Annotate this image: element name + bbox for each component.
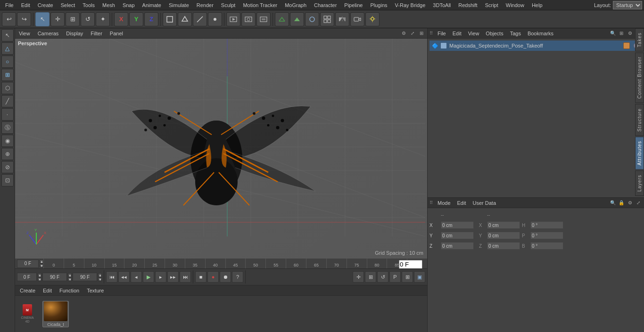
viewport-menu-panel[interactable]: Panel (108, 30, 125, 37)
attr-y-pos[interactable] (441, 232, 474, 239)
om-search-icon[interactable]: 🔍 (609, 30, 617, 37)
menu-script[interactable]: Script (482, 1, 502, 9)
z-axis-button[interactable]: Z (144, 12, 158, 26)
sidebar-sculpt-btn[interactable]: ◉ (1, 135, 14, 147)
current-frame-input[interactable] (17, 259, 39, 268)
layers-tab[interactable]: Layers (635, 170, 644, 196)
next-frame-button[interactable]: ▸ (155, 271, 166, 283)
viewport-expand-icon[interactable]: ⤢ (409, 30, 416, 37)
next-key-frame-button[interactable]: ▸▸ (167, 271, 179, 283)
viewport-menu-display[interactable]: Display (64, 30, 85, 37)
om-menu-tags[interactable]: Tags (508, 30, 523, 37)
attr-x-rot[interactable] (530, 221, 563, 229)
menu-select[interactable]: Select (58, 1, 79, 9)
om-menu-objects[interactable]: Objects (484, 30, 505, 37)
om-menu-file[interactable]: File (436, 30, 448, 37)
menu-create[interactable]: Create (34, 1, 57, 9)
menu-vray[interactable]: V-Ray Bridge (392, 1, 429, 9)
floor-button[interactable] (275, 12, 289, 26)
attributes-tab[interactable]: Attributes (635, 137, 644, 170)
attr-search-icon[interactable]: 🔍 (609, 199, 617, 207)
light-button[interactable] (365, 12, 380, 26)
menu-help[interactable]: Help (528, 1, 546, 9)
undo-button[interactable]: ↩ (2, 12, 16, 26)
viewport-menu-cameras[interactable]: Cameras (36, 30, 61, 37)
attr-x-pos[interactable] (441, 221, 474, 229)
attr-menu-mode[interactable]: Mode (436, 200, 453, 206)
texture-tag[interactable] (623, 42, 630, 49)
menu-snap[interactable]: Snap (119, 1, 138, 9)
auto-key-button[interactable]: ⏺ (220, 271, 231, 283)
menu-sculpt[interactable]: Sculpt (218, 1, 239, 9)
timeline-ruler[interactable]: ▲ ▼ 0 5 10 15 20 25 30 35 40 45 50 55 60… (15, 259, 427, 269)
go-to-first-frame-button[interactable]: ⏮ (106, 271, 117, 283)
timeline-clip-button[interactable]: ▣ (414, 271, 425, 283)
om-menu-bookmarks[interactable]: Bookmarks (526, 30, 555, 37)
x-axis-button[interactable]: X (114, 12, 128, 26)
object-mode-button[interactable] (163, 12, 177, 26)
om-settings-icon[interactable]: ⚙ (626, 30, 634, 37)
menu-simulate[interactable]: Simulate (165, 1, 192, 9)
material-menu-edit[interactable]: Edit (41, 287, 54, 294)
menu-plugins[interactable]: Plugins (367, 1, 390, 9)
sidebar-knife-btn[interactable]: ⊘ (1, 161, 14, 173)
sidebar-select-btn[interactable]: ↖ (1, 29, 14, 41)
attr-lock-icon[interactable]: 🔒 (618, 199, 625, 207)
menu-character[interactable]: Character (311, 1, 340, 9)
attr-settings-icon[interactable]: ⚙ (626, 199, 634, 207)
attr-y-val2[interactable] (487, 232, 520, 239)
viewport[interactable]: Perspective Grid Spacing : 10 cm X Z Y (15, 39, 427, 259)
sidebar-point-btn[interactable]: · (1, 108, 14, 121)
viewport-settings-icon[interactable]: ⚙ (400, 30, 407, 37)
sidebar-bridge-btn[interactable]: ⊡ (1, 174, 14, 186)
render-settings-button[interactable] (256, 12, 271, 26)
camera-button[interactable] (350, 12, 364, 26)
start-frame-input[interactable] (17, 273, 37, 281)
viewport-menu-view[interactable]: View (17, 30, 32, 37)
rotate-tool-button[interactable]: ↺ (81, 12, 95, 26)
select-tool-button[interactable]: ↖ (35, 12, 50, 26)
sidebar-snap-btn[interactable]: ⊕ (1, 148, 14, 160)
attr-menu-user-data[interactable]: User Data (471, 200, 498, 206)
frame-display-input[interactable] (399, 260, 422, 269)
move-tool-button[interactable]: ✛ (50, 12, 65, 26)
sidebar-rotate-btn[interactable]: ○ (1, 56, 14, 68)
attr-z-rot[interactable] (530, 242, 563, 250)
prev-frame-button[interactable]: ◂ (131, 271, 142, 283)
scale-tool-button[interactable]: ⊞ (66, 12, 80, 26)
timeline-rotate-button[interactable]: ↺ (377, 271, 388, 283)
sidebar-paint-btn[interactable]: Ⓢ (1, 121, 14, 134)
attr-z-pos[interactable] (441, 242, 474, 250)
menu-motion-tracker[interactable]: Motion Tracker (239, 1, 281, 9)
attr-menu-edit[interactable]: Edit (455, 200, 468, 206)
timeline-scale-button[interactable]: ⊞ (365, 271, 376, 283)
menu-animate[interactable]: Animate (139, 1, 165, 9)
sidebar-polygon-btn[interactable]: ⬡ (1, 82, 14, 94)
record-button[interactable]: ● (207, 271, 219, 283)
transform-tool-button[interactable]: ✦ (96, 12, 110, 26)
menu-pipeline[interactable]: Pipeline (341, 1, 366, 9)
end-frame-input[interactable] (42, 273, 67, 281)
polygon-mode-button[interactable] (178, 12, 192, 26)
material-cicada-thumb[interactable]: Cicada_t (42, 301, 69, 327)
content-browser-tab[interactable]: Content Browser (635, 52, 644, 103)
menu-redshift[interactable]: Redshift (455, 1, 480, 9)
object-row-cicada[interactable]: 🔷 Magicicada_Septendecim_Pose_Takeoff (429, 40, 642, 51)
structure-tab[interactable]: Structure (635, 104, 644, 136)
menu-3dtoall[interactable]: 3DToAll (429, 1, 454, 9)
sidebar-scale-btn[interactable]: ⊞ (1, 69, 14, 81)
sidebar-edge-btn[interactable]: ╱ (1, 95, 14, 107)
menu-tools[interactable]: Tools (79, 1, 98, 9)
keyframe-info-button[interactable]: ? (232, 271, 243, 283)
attr-x-val2[interactable] (487, 221, 520, 229)
sidebar-move-btn[interactable]: △ (1, 42, 14, 55)
point-mode-button[interactable] (208, 12, 222, 26)
timeline-pin-button[interactable]: P (389, 271, 401, 283)
layout-dropdown[interactable]: Startup (613, 1, 642, 9)
material-menu-texture[interactable]: Texture (85, 287, 106, 294)
menu-mesh[interactable]: Mesh (99, 1, 118, 9)
material-menu-function[interactable]: Function (58, 287, 81, 294)
prev-key-frame-button[interactable]: ◂◂ (118, 271, 130, 283)
menu-window[interactable]: Window (503, 1, 528, 9)
stop-button[interactable]: ■ (195, 271, 206, 283)
